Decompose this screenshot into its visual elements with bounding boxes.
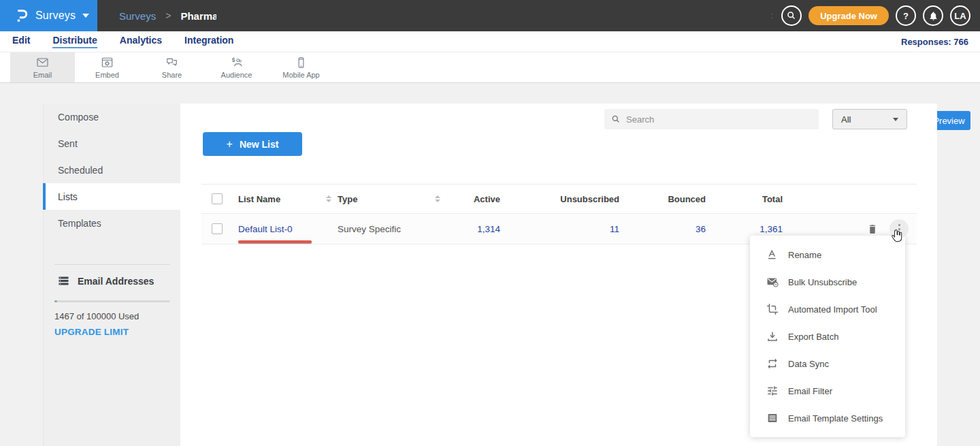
bell-icon [928, 11, 938, 21]
search-button[interactable] [781, 5, 802, 26]
email-usage-progressbar [54, 300, 170, 302]
email-addresses-header: Email Addresses [58, 275, 154, 287]
menu-item-email-template-settings[interactable]: Email Template Settings [750, 404, 905, 432]
list-name-link[interactable]: Default List-0 [238, 224, 293, 234]
red-annotation-underline [238, 240, 312, 243]
tab-integration[interactable]: Integration [184, 35, 233, 48]
menu-item-data-sync[interactable]: Data Sync [750, 350, 905, 377]
notifications-button[interactable] [923, 5, 943, 26]
sidebar-item-sent[interactable]: Sent [43, 130, 180, 157]
channel-tab-mobile-app[interactable]: Mobile App [269, 52, 333, 82]
product-switcher[interactable]: Surveys [0, 0, 97, 31]
sidebar-item-scheduled[interactable]: Scheduled [43, 157, 180, 183]
questionpro-logo-icon [14, 8, 29, 23]
svg-text:$: $ [232, 57, 235, 63]
audience-icon: $ [229, 57, 244, 69]
responses-count[interactable]: Responses: 766 [901, 37, 968, 47]
topbar-actions: : Upgrade Now ? LA [771, 0, 970, 31]
app-screen: Surveys Surveys > Pharma : Upgrade Now ? [0, 0, 980, 446]
sidebar-item-templates[interactable]: Templates [43, 210, 180, 236]
automated-import-icon [766, 303, 779, 315]
lists-table: List Name Type Active Unsubscribed Bounc… [201, 184, 917, 244]
delete-list-button[interactable] [866, 223, 879, 235]
column-bounced: Bounced [619, 194, 706, 204]
select-all-checkbox[interactable] [212, 193, 223, 204]
channel-tab-share[interactable]: Share [140, 52, 204, 82]
channel-tab-audience[interactable]: $ Audience [204, 52, 269, 82]
kebab-icon [898, 224, 900, 226]
breadcrumb: Surveys > Pharma [119, 0, 216, 31]
chevron-down-icon [82, 14, 89, 18]
menu-item-email-filter[interactable]: Email Filter [750, 377, 905, 404]
column-unsubscribed: Unsubscribed [500, 194, 619, 204]
rename-icon [766, 249, 779, 261]
mobile-app-icon [294, 57, 308, 69]
plus-icon: + [227, 138, 233, 150]
topbar: Surveys Surveys > Pharma : Upgrade Now ? [0, 0, 980, 31]
tab-edit[interactable]: Edit [12, 35, 30, 48]
row-menu-button[interactable] [889, 219, 909, 238]
overflow-mark: : [771, 11, 773, 20]
search-input[interactable] [621, 109, 819, 129]
row-actions [783, 219, 917, 238]
embed-icon [100, 57, 114, 69]
new-list-label: New List [240, 139, 279, 150]
column-type: Type [338, 194, 429, 204]
breadcrumb-current-survey[interactable]: Pharma [180, 10, 216, 22]
filter-value: All [841, 114, 851, 125]
tab-analytics[interactable]: Analytics [120, 35, 162, 48]
email-usage-text: 1467 of 100000 Used [54, 311, 139, 321]
email-template-settings-icon [766, 412, 779, 424]
help-button[interactable]: ? [896, 5, 916, 26]
menu-item-export-batch[interactable]: Export Batch [750, 323, 905, 350]
trash-icon [866, 223, 879, 235]
data-sync-icon [766, 357, 779, 370]
sort-type-icon[interactable] [429, 195, 446, 202]
email-usage-progress-fill [54, 300, 57, 302]
sidebar-item-compose[interactable]: Compose [43, 103, 180, 130]
unsubscribed-count-link[interactable]: 11 [500, 224, 619, 234]
preview-label: Preview [933, 116, 964, 126]
menu-item-bulk-unsubscribe[interactable]: Bulk Unsubscribe [750, 268, 905, 296]
column-total: Total [706, 194, 783, 204]
email-sidebar: Compose Sent Scheduled Lists Templates E… [43, 103, 180, 446]
new-list-button[interactable]: + New List [203, 132, 302, 156]
breadcrumb-separator: > [165, 10, 171, 21]
row-checkbox[interactable] [212, 223, 223, 234]
bulk-unsubscribe-icon [766, 276, 779, 288]
table-header-row: List Name Type Active Unsubscribed Bounc… [201, 184, 917, 214]
search-icon [786, 10, 797, 21]
total-count-link[interactable]: 1,361 [706, 224, 783, 234]
list-type: Survey Specific [338, 224, 429, 234]
upgrade-limit-link[interactable]: UPGRADE LIMIT [54, 327, 129, 337]
email-addresses-title: Email Addresses [78, 276, 154, 287]
channel-tab-email[interactable]: Email [10, 52, 75, 82]
email-filter-icon [766, 385, 779, 397]
email-icon [35, 57, 50, 69]
upgrade-now-button[interactable]: Upgrade Now [808, 6, 889, 25]
column-list-name: List Name [238, 194, 320, 204]
menu-item-rename[interactable]: Rename [750, 241, 905, 268]
list-context-menu: Rename Bulk Unsubscribe Automated Import… [750, 236, 905, 437]
column-active: Active [446, 194, 500, 204]
sort-list-name-icon[interactable] [320, 195, 338, 202]
survey-nav: Edit Distribute Analytics Integration Re… [0, 31, 980, 52]
list-search [604, 109, 819, 129]
menu-item-automated-import[interactable]: Automated Import Tool [750, 296, 905, 323]
export-batch-icon [766, 330, 779, 343]
avatar[interactable]: LA [950, 5, 970, 26]
chevron-down-icon [893, 118, 898, 121]
distribute-toolbar: Email Embed Share $ [0, 52, 980, 83]
channel-tab-embed[interactable]: Embed [75, 52, 140, 82]
sidebar-item-lists[interactable]: Lists [43, 183, 180, 210]
bounced-count-link[interactable]: 36 [619, 224, 706, 234]
channel-tabs: Email Embed Share $ [10, 52, 333, 82]
product-label: Surveys [35, 10, 76, 22]
tab-distribute[interactable]: Distribute [52, 35, 97, 48]
breadcrumb-surveys-link[interactable]: Surveys [119, 10, 156, 22]
list-filter-dropdown[interactable]: All [832, 109, 907, 129]
active-count-link[interactable]: 1,314 [446, 224, 500, 234]
lists-panel: All + New List List Name Type Active Uns… [180, 103, 937, 446]
address-list-icon [58, 275, 69, 287]
search-icon [611, 114, 621, 124]
